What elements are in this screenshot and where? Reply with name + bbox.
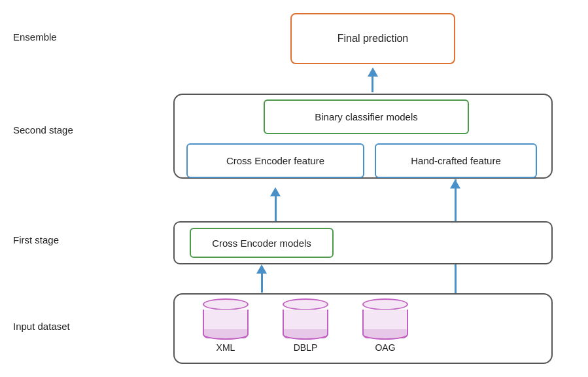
cross-encoder-models-box: Cross Encoder models <box>190 228 334 258</box>
input-dataset-label: Input dataset <box>13 321 70 332</box>
db-oag-bottom <box>362 329 408 340</box>
db-xml-top <box>203 298 249 310</box>
db-oag-label: OAG <box>375 342 395 353</box>
db-dblp-top <box>283 298 328 310</box>
second-stage-label: Second stage <box>13 124 73 135</box>
db-xml-label: XML <box>216 342 235 353</box>
first-stage-label: First stage <box>13 234 59 245</box>
cross-encoder-models-text: Cross Encoder models <box>212 238 311 249</box>
binary-classifier-text: Binary classifier models <box>315 111 418 122</box>
db-xml: XML <box>203 298 249 353</box>
arrow-first-line <box>261 266 263 293</box>
db-oag-top <box>362 298 408 310</box>
db-dblp-label: DBLP <box>294 342 318 353</box>
final-prediction-text: Final prediction <box>337 33 409 45</box>
arrow-cross-head <box>270 187 281 196</box>
hand-crafted-feature-box: Hand-crafted feature <box>375 143 537 178</box>
diagram-container: Ensemble Second stage First stage Input … <box>0 0 588 377</box>
db-xml-bottom <box>203 329 249 340</box>
binary-classifier-box: Binary classifier models <box>264 99 469 134</box>
arrow-cross-line <box>275 196 277 221</box>
cross-encoder-feature-text: Cross Encoder feature <box>226 155 324 166</box>
arrow-ensemble-line <box>372 77 373 92</box>
hand-crafted-text: Hand-crafted feature <box>411 155 501 166</box>
db-oag: OAG <box>362 298 408 353</box>
final-prediction-box: Final prediction <box>290 13 455 64</box>
ensemble-stage-label: Ensemble <box>13 31 57 43</box>
cross-encoder-feature-box: Cross Encoder feature <box>186 143 364 178</box>
db-dblp-bottom <box>283 329 328 340</box>
db-dblp: DBLP <box>283 298 328 353</box>
